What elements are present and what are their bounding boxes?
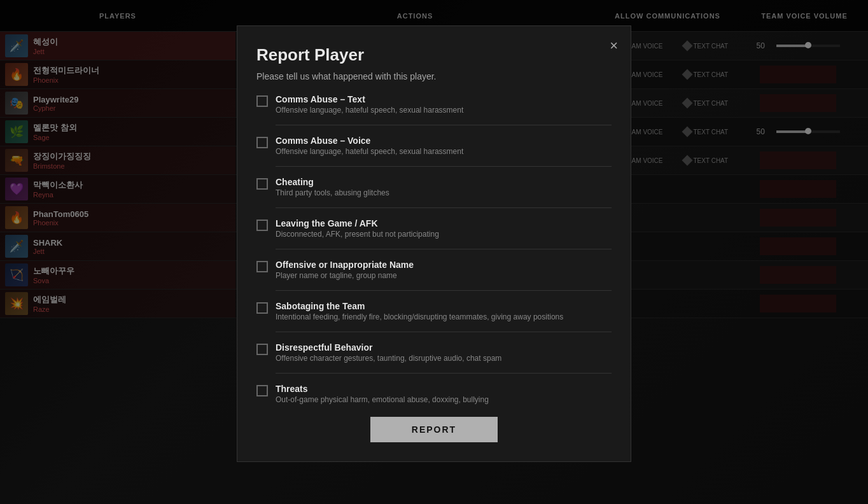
report-checkbox-sabotaging[interactable] [256, 302, 268, 314]
report-checkbox-disrespectful[interactable] [256, 344, 268, 355]
report-option-desc: Offensive character gestures, taunting, … [276, 354, 612, 363]
report-option-desc: Out-of-game physical harm, emotional abu… [276, 395, 612, 404]
report-option-text: Cheating Third party tools, abusing glit… [276, 177, 612, 197]
report-option-title: Comms Abuse – Voice [276, 136, 612, 146]
report-option: Disrespectful Behavior Offensive charact… [256, 342, 612, 363]
option-divider [276, 332, 612, 332]
report-option-title: Cheating [276, 177, 612, 187]
report-option-title: Threats [276, 384, 612, 394]
report-modal: Report Player Please tell us what happen… [237, 25, 631, 462]
report-checkbox-threats[interactable] [256, 385, 268, 396]
report-option: Cheating Third party tools, abusing glit… [256, 177, 612, 197]
report-option-title: Disrespectful Behavior [276, 342, 612, 353]
option-divider [276, 166, 612, 167]
option-divider [276, 290, 612, 291]
report-checkbox-offensive_name[interactable] [256, 261, 268, 272]
report-options-list: Comms Abuse – Text Offensive language, h… [256, 94, 612, 404]
report-option: Sabotaging the Team Intentional feeding,… [256, 301, 612, 321]
report-option-desc: Offensive language, hateful speech, sexu… [276, 147, 612, 156]
report-option-text: Offensive or Inappropriate Name Player n… [276, 260, 612, 280]
report-option-text: Sabotaging the Team Intentional feeding,… [276, 301, 612, 321]
modal-close-button[interactable]: × [610, 39, 618, 53]
report-option-text: Comms Abuse – Text Offensive language, h… [276, 94, 612, 115]
option-divider [276, 249, 612, 249]
report-option-desc: Third party tools, abusing glitches [276, 188, 612, 197]
modal-title: Report Player [256, 45, 612, 65]
report-option: Leaving the Game / AFK Disconnected, AFK… [256, 218, 612, 239]
report-option: Offensive or Inappropriate Name Player n… [256, 260, 612, 280]
modal-overlay: Report Player Please tell us what happen… [0, 0, 868, 504]
report-option-desc: Player name or tagline, group name [276, 271, 612, 280]
report-option-desc: Intentional feeding, friendly fire, bloc… [276, 312, 612, 321]
report-checkbox-leaving_afk[interactable] [256, 220, 268, 231]
option-divider [276, 125, 612, 125]
report-option-title: Offensive or Inappropriate Name [276, 260, 612, 270]
report-option-title: Leaving the Game / AFK [276, 218, 612, 228]
report-checkbox-comms_abuse_voice[interactable] [256, 137, 268, 148]
report-option: Comms Abuse – Text Offensive language, h… [256, 94, 612, 115]
option-divider [276, 373, 612, 374]
report-submit-button[interactable]: Report [370, 417, 498, 442]
report-option-desc: Offensive language, hateful speech, sexu… [276, 106, 612, 115]
report-option: Comms Abuse – Voice Offensive language, … [256, 136, 612, 156]
report-option-text: Leaving the Game / AFK Disconnected, AFK… [276, 218, 612, 239]
report-option-title: Comms Abuse – Text [276, 94, 612, 104]
report-option-title: Sabotaging the Team [276, 301, 612, 311]
report-option-text: Disrespectful Behavior Offensive charact… [276, 342, 612, 363]
modal-subtitle: Please tell us what happened with this p… [256, 71, 612, 81]
report-option-desc: Disconnected, AFK, present but not parti… [276, 230, 612, 239]
report-option: Threats Out-of-game physical harm, emoti… [256, 384, 612, 404]
report-checkbox-cheating[interactable] [256, 178, 268, 190]
report-option-text: Comms Abuse – Voice Offensive language, … [276, 136, 612, 156]
option-divider [276, 207, 612, 208]
report-checkbox-comms_abuse_text[interactable] [256, 95, 268, 107]
report-option-text: Threats Out-of-game physical harm, emoti… [276, 384, 612, 404]
